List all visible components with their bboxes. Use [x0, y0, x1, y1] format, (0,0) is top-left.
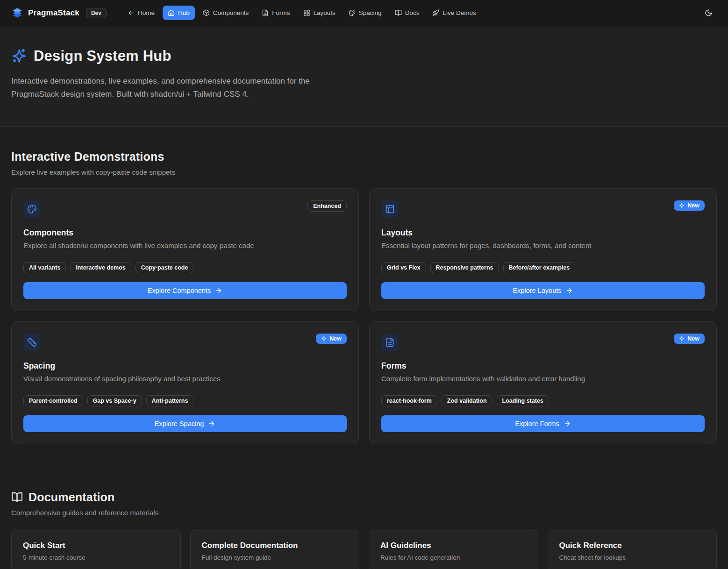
card-title: Layouts: [381, 228, 705, 238]
home-icon: [168, 9, 175, 16]
env-badge: Dev: [86, 8, 107, 18]
rocket-icon: [432, 9, 439, 16]
card-description: Cheat sheet for lookups: [559, 554, 706, 561]
card-title: Complete Documentation: [202, 541, 348, 550]
nav-item-home[interactable]: Home: [122, 6, 160, 20]
book-open-icon: [395, 9, 402, 16]
explore-layouts-button[interactable]: Explore Layouts: [381, 282, 705, 299]
explore-components-button[interactable]: Explore Components: [23, 282, 347, 299]
explore-forms-button[interactable]: Explore Forms: [381, 415, 705, 432]
feature-tag: Copy-paste code: [136, 262, 194, 273]
new-badge: New: [674, 334, 705, 344]
card-description: Complete form implementations with valid…: [381, 375, 705, 383]
card-description: Visual demonstrations of spacing philoso…: [23, 375, 347, 383]
new-badge: New: [316, 334, 347, 344]
new-badge: New: [674, 200, 705, 211]
feature-tag: Loading states: [497, 395, 549, 406]
nav-label: Live Demos: [443, 9, 476, 16]
card-description: Rules for AI code generation: [380, 554, 527, 561]
feature-tag: Parent-controlled: [23, 395, 83, 406]
sparkles-icon: [679, 203, 685, 208]
card-title: Quick Start: [23, 541, 169, 550]
button-label: Explore Layouts: [513, 287, 562, 294]
feature-tag: Interactive demos: [70, 262, 131, 273]
doc-card-quick-start[interactable]: Quick Start 5-minute crash course: [11, 529, 181, 569]
nav-label: Components: [213, 9, 249, 16]
badge-label: New: [687, 335, 699, 342]
feature-tag: Before/after examples: [503, 262, 576, 273]
feature-tag: Grid vs Flex: [381, 262, 426, 273]
nav-label: Hub: [178, 9, 190, 16]
card-title: Forms: [381, 361, 705, 371]
badge-label: New: [329, 335, 342, 342]
badge-label: New: [687, 202, 699, 209]
brand-name: PragmaStack: [28, 8, 79, 18]
button-label: Explore Forms: [515, 420, 559, 427]
ruler-icon: [23, 334, 41, 351]
book-open-icon: [11, 491, 23, 503]
card-description: 5-minute crash course: [23, 554, 169, 561]
demo-card-components: Enhanced Components Explore all shadcn/u…: [11, 188, 359, 311]
feature-tag: Responsive patterns: [430, 262, 499, 273]
nav-label: Docs: [405, 9, 420, 16]
demos-heading: Interactive Demonstrations: [11, 150, 164, 164]
layout-panel-icon: [381, 200, 399, 218]
feature-tag: Anti-patterns: [146, 395, 194, 406]
nav-label: Layouts: [314, 9, 335, 16]
docs-subheading: Comprehensive guides and reference mater…: [11, 509, 717, 517]
layout-grid-icon: [303, 9, 310, 16]
nav-item-docs[interactable]: Docs: [390, 6, 425, 20]
sparkles-icon: [11, 48, 27, 64]
arrow-right-icon: [208, 420, 215, 427]
arrow-left-icon: [128, 9, 135, 16]
card-title: Quick Reference: [559, 541, 706, 550]
demo-card-forms: New Forms Complete form implementations …: [369, 321, 717, 444]
status-badge: Enhanced: [307, 200, 347, 212]
demo-card-grid: Enhanced Components Explore all shadcn/u…: [11, 188, 717, 444]
doc-card-grid: Quick Start 5-minute crash course Comple…: [11, 529, 717, 569]
nav-item-live-demos[interactable]: Live Demos: [427, 6, 481, 20]
feature-tag: All variants: [23, 262, 66, 273]
section-divider: [11, 467, 717, 467]
nav-item-hub[interactable]: Hub: [163, 6, 195, 20]
arrow-right-icon: [215, 287, 222, 294]
layers-icon: [11, 7, 23, 19]
page-title: Design System Hub: [34, 48, 171, 64]
card-description: Explore all shadcn/ui components with li…: [23, 242, 347, 249]
theme-toggle-button[interactable]: [700, 5, 717, 21]
brand[interactable]: PragmaStack Dev: [11, 7, 107, 19]
card-description: Essential layout patterns for pages, das…: [381, 242, 705, 249]
arrow-right-icon: [564, 420, 571, 427]
nav-item-components[interactable]: Components: [198, 6, 254, 20]
feature-tag: Zod validation: [442, 395, 492, 406]
nav-item-spacing[interactable]: Spacing: [343, 6, 387, 20]
box-icon: [203, 9, 210, 16]
nav-label: Forms: [272, 9, 290, 16]
feature-tag: react-hook-form: [381, 395, 437, 406]
card-description: Full design system guide: [202, 554, 348, 561]
palette-icon: [349, 9, 356, 16]
card-title: Components: [23, 228, 347, 238]
demo-card-layouts: New Layouts Essential layout patterns fo…: [369, 188, 717, 311]
doc-card-ai-guidelines[interactable]: AI Guidelines Rules for AI code generati…: [369, 529, 538, 569]
explore-spacing-button[interactable]: Explore Spacing: [23, 415, 347, 432]
doc-card-complete-documentation[interactable]: Complete Documentation Full design syste…: [190, 529, 360, 569]
nav-label: Home: [138, 9, 155, 16]
doc-card-quick-reference[interactable]: Quick Reference Cheat sheet for lookups: [548, 529, 717, 569]
file-text-icon: [262, 9, 269, 16]
nav-label: Spacing: [359, 9, 382, 16]
demos-subheading: Explore live examples with copy-paste co…: [11, 168, 717, 176]
button-label: Explore Spacing: [155, 420, 204, 427]
top-navbar: PragmaStack Dev Home Hub Components Fo: [0, 0, 728, 26]
file-text-icon: [381, 334, 399, 351]
card-title: AI Guidelines: [380, 541, 527, 550]
moon-icon: [705, 9, 713, 17]
button-label: Explore Components: [148, 287, 211, 294]
nav-item-layouts[interactable]: Layouts: [298, 6, 341, 20]
demos-section: Interactive Demonstrations Explore live …: [0, 150, 728, 444]
sparkles-icon: [679, 336, 685, 341]
demo-card-spacing: New Spacing Visual demonstrations of spa…: [11, 321, 359, 444]
nav-item-forms[interactable]: Forms: [257, 6, 295, 20]
palette-icon: [23, 200, 41, 218]
hero-section: Design System Hub Interactive demonstrat…: [0, 26, 728, 127]
